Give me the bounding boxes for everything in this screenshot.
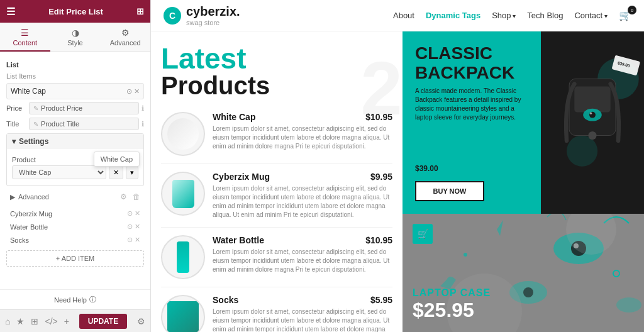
nav-tech-blog[interactable]: Tech Blog <box>527 11 563 20</box>
backpack-svg: $39.00 <box>541 31 644 214</box>
advanced-trash-icon[interactable]: 🗑 <box>133 192 140 201</box>
featured-panel: CLASSICBACKPACK A classic made modern. T… <box>402 31 644 332</box>
cart-icon-wrapper[interactable]: 🛒 0 <box>619 9 631 21</box>
mug-image <box>172 180 194 208</box>
title-value-input[interactable] <box>41 120 135 128</box>
site-nav: C cyberzix. swag store About Dynamic Tag… <box>151 0 644 31</box>
settings-label: Settings <box>19 137 48 146</box>
socks-name-price: Socks $5.95 <box>213 295 392 305</box>
sub-list-items: Cyberzix Mug ⊙ ✕ Water Bottle ⊙ ✕ Socks … <box>6 207 144 246</box>
product-select[interactable]: White Cap <box>12 165 106 179</box>
laptop-case-overlay: LAPTOP CASE $25.95 <box>402 277 501 332</box>
grid-icon[interactable]: ⊞ <box>136 6 144 16</box>
sub-item-socks: Socks ⊙ ✕ <box>6 233 144 246</box>
backpack-price: $39.00 <box>415 164 528 173</box>
add-icon[interactable]: + <box>64 316 69 326</box>
price-label: Price <box>6 104 29 112</box>
title-field-row: Title ✎ ℹ <box>6 118 144 130</box>
tab-advanced-label: Advanced <box>110 39 141 47</box>
nav-shop[interactable]: Shop <box>492 11 516 20</box>
tab-content[interactable]: ☰ Content <box>0 23 50 52</box>
settings-header[interactable]: ▾ Settings <box>7 134 143 149</box>
star-icon[interactable]: ★ <box>16 316 25 326</box>
logo-sub: swag store <box>186 19 240 26</box>
hamburger-icon[interactable]: ☰ <box>6 6 15 18</box>
featured-laptop-case: 🛒 LAPTOP CASE $25.95 <box>402 214 644 332</box>
settings-bottom-icon[interactable]: ⚙ <box>137 316 145 326</box>
product-img-mug <box>161 172 205 216</box>
bottle-name: Water Bottle <box>213 235 264 245</box>
product-item-bottle: Water Bottle $10.95 Lorem ipsum dolor si… <box>161 228 392 287</box>
product-img-bottle <box>161 235 205 279</box>
need-help[interactable]: Need Help ⓘ <box>0 289 150 309</box>
nav-about[interactable]: About <box>393 11 414 20</box>
update-button[interactable]: UPDATE <box>79 314 127 329</box>
product-img-cap <box>161 112 205 156</box>
laptop-case-tag: LAPTOP CASE <box>413 287 491 299</box>
price-field-row: Price ✎ ℹ <box>6 102 144 114</box>
advanced-row[interactable]: ▶ Advanced ⚙ 🗑 <box>6 189 144 204</box>
price-value-input[interactable] <box>41 104 135 112</box>
backpack-buy-area: $39.00 BUY NOW <box>415 164 528 201</box>
bottombar-icons: ⌂ ★ ⊞ </> + <box>5 316 69 326</box>
svg-rect-3 <box>574 87 610 113</box>
product-item-socks: Socks $5.95 Lorem ipsum dolor sit amet, … <box>161 287 392 332</box>
advanced-label: Advanced <box>18 193 49 201</box>
socks-name: Socks <box>10 236 29 244</box>
price-info-icon[interactable]: ℹ <box>142 104 144 113</box>
latest-heading: Latest <box>161 44 392 73</box>
products-area: 2 Latest Products White Cap $10.95 Lorem… <box>151 31 402 332</box>
tab-advanced[interactable]: ⚙ Advanced <box>100 23 150 52</box>
laptop-cart-icon[interactable]: 🛒 <box>413 224 433 244</box>
advanced-settings-icon[interactable]: ⚙ <box>120 192 127 201</box>
add-item-button[interactable]: + ADD ITEM <box>6 250 144 267</box>
cap-name: White Cap <box>213 112 255 122</box>
nav-dynamic-tags[interactable]: Dynamic Tags <box>426 11 480 20</box>
product-select-btn[interactable]: ✕ <box>109 166 123 179</box>
cap-image <box>167 118 199 150</box>
mug-price: $9.95 <box>370 172 392 182</box>
product-img-socks <box>161 295 205 332</box>
tab-style[interactable]: ◑ Style <box>50 23 101 52</box>
svg-point-17 <box>464 253 467 257</box>
backpack-img-area: $39.00 <box>541 31 644 214</box>
home-icon[interactable]: ⌂ <box>5 316 10 326</box>
white-cap-icons[interactable]: ⊙ ✕ <box>126 87 140 96</box>
cart-badge: 0 <box>628 6 636 14</box>
mug-name: Cyberzix Mug <box>10 210 52 218</box>
mug-details: Cyberzix Mug $9.95 Lorem ipsum dolor sit… <box>213 172 392 219</box>
svg-point-18 <box>616 297 641 313</box>
sub-item-bottle: Water Bottle ⊙ ✕ <box>6 220 144 233</box>
mug-icons[interactable]: ⊙ ✕ <box>127 209 140 218</box>
nav-links: About Dynamic Tags Shop Tech Blog Contac… <box>393 9 631 21</box>
title-input[interactable]: ✎ <box>29 118 139 130</box>
socks-price: $5.95 <box>370 295 392 305</box>
bottle-icons[interactable]: ⊙ ✕ <box>127 223 140 231</box>
products-heading: Products <box>161 73 392 98</box>
nav-contact[interactable]: Contact <box>574 11 608 20</box>
list-items-label: List Items <box>6 72 144 80</box>
sub-item-mug: Cyberzix Mug ⊙ ✕ <box>6 207 144 220</box>
mug-desc: Lorem ipsum dolor sit amet, consectetur … <box>213 184 392 219</box>
product-edit-btn[interactable]: ▾ <box>126 166 138 179</box>
layers-icon[interactable]: ⊞ <box>31 316 38 326</box>
socks-name: Socks <box>213 295 238 305</box>
tab-content-label: Content <box>13 39 38 47</box>
socks-desc: Lorem ipsum dolor sit amet, consectetur … <box>213 307 392 332</box>
mug-name-price: Cyberzix Mug $9.95 <box>213 172 392 182</box>
help-icon: ⓘ <box>89 295 96 304</box>
title-info-icon[interactable]: ℹ <box>142 120 144 128</box>
bottle-name-price: Water Bottle $10.95 <box>213 235 392 245</box>
buy-now-button[interactable]: BUY NOW <box>415 181 484 201</box>
socks-icons[interactable]: ⊙ ✕ <box>127 236 140 244</box>
svg-point-1 <box>567 136 597 167</box>
settings-section: ▾ Settings Product White Cap ✕ ▾ White C… <box>6 133 144 186</box>
cap-desc: Lorem ipsum dolor sit amet, consectetur … <box>213 124 392 151</box>
logo-name: cyberzix. <box>186 4 240 19</box>
product-item-mug: Cyberzix Mug $9.95 Lorem ipsum dolor sit… <box>161 164 392 228</box>
price-input[interactable]: ✎ <box>29 102 139 114</box>
svg-point-4 <box>588 131 596 140</box>
product-select-row: White Cap ✕ ▾ <box>12 165 138 179</box>
code-icon[interactable]: </> <box>45 316 57 326</box>
laptop-price: $25.95 <box>413 299 491 322</box>
